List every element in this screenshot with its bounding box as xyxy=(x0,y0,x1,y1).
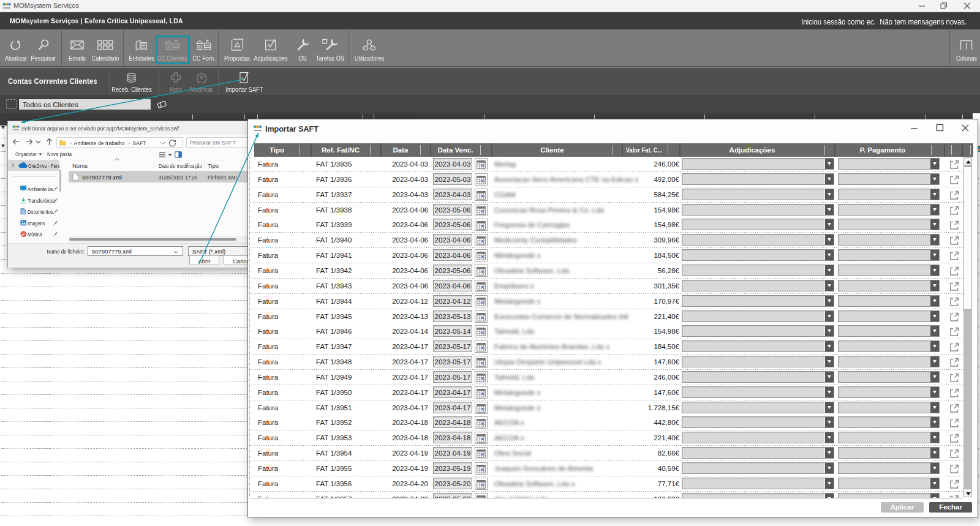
sidebar-item-ambiente-de[interactable]: Ambiente de xyxy=(13,184,63,195)
eraser-icon[interactable] xyxy=(156,99,167,111)
saft-table-row[interactable]: Fatura FAT 1/3937 2023-04-03 2023-04-03 … xyxy=(250,187,963,203)
combo-arrow-button[interactable] xyxy=(824,372,834,382)
column-resize-tick[interactable] xyxy=(420,145,421,155)
calendar-button[interactable] xyxy=(475,173,488,186)
address-chevron-icon[interactable] xyxy=(160,141,165,145)
combo-arrow-button[interactable] xyxy=(930,189,939,200)
open-row-icon[interactable] xyxy=(949,312,960,323)
pagamento-combobox[interactable] xyxy=(838,478,940,489)
saft-table-row[interactable]: Fatura FAT 1/3935 2023-04-03 2023-04-03 … xyxy=(250,157,963,172)
scrollbar-thumb[interactable] xyxy=(963,167,972,310)
saft-table-scrollbar[interactable] xyxy=(963,157,972,497)
adjudicacoes-combobox[interactable] xyxy=(682,219,834,230)
toolbar-button-adjudica-es[interactable]: Adjudicações xyxy=(252,37,288,62)
close-button[interactable]: Fechar xyxy=(929,502,972,513)
data-venc-input[interactable]: 2023-05-20 xyxy=(433,493,472,498)
data-venc-input[interactable]: 2023-04-18 xyxy=(433,432,472,443)
combo-arrow-button[interactable] xyxy=(824,159,834,169)
open-row-icon[interactable] xyxy=(949,403,960,415)
combo-arrow-button[interactable] xyxy=(824,250,834,260)
sidebar-item-transfer-ncia[interactable]: Transferência xyxy=(13,195,63,206)
dialog-maximize-button[interactable] xyxy=(932,121,949,135)
saft-table-row[interactable]: Fatura FAT 1/3948 2023-04-17 2023-05-17 … xyxy=(250,355,963,370)
adjudicacoes-combobox[interactable] xyxy=(682,462,834,474)
data-venc-input[interactable]: 2023-04-06 xyxy=(433,249,472,261)
toolbar-button-colunas[interactable]: Colunas xyxy=(956,37,978,62)
data-venc-input[interactable]: 2023-05-17 xyxy=(433,340,472,352)
calendar-button[interactable] xyxy=(475,447,488,459)
data-venc-input[interactable]: 2023-04-17 xyxy=(433,386,472,398)
combo-arrow-button[interactable] xyxy=(824,494,834,498)
adjudicacoes-combobox[interactable] xyxy=(682,325,834,337)
combo-arrow-button[interactable] xyxy=(824,311,834,321)
calendar-button[interactable] xyxy=(475,265,488,277)
saft-table-row[interactable]: Fatura FAT 1/3936 2023-04-03 2023-05-03 … xyxy=(250,172,963,187)
window-close-button[interactable] xyxy=(958,0,976,12)
saft-column-header-data[interactable]: Data xyxy=(381,143,420,157)
pagamento-combobox[interactable] xyxy=(838,173,940,185)
saft-table-row[interactable]: Fatura FAT 1/3951 2023-04-17 2023-04-17 … xyxy=(250,400,963,416)
adjudicacoes-combobox[interactable] xyxy=(682,265,834,276)
toolbar-button-calend-rio[interactable]: Calendário xyxy=(91,37,120,62)
data-venc-input[interactable]: 2023-05-17 xyxy=(433,371,472,383)
saft-table-row[interactable]: Fatura FAT 1/3942 2023-04-06 2023-05-06 … xyxy=(250,263,963,279)
combo-arrow-button[interactable] xyxy=(824,341,834,351)
address-bar[interactable]: ›Ambiente de trabalho ›SAFT xyxy=(56,137,183,148)
sidebar-item-m-sica[interactable]: Música xyxy=(13,229,63,240)
adjudicacoes-combobox[interactable] xyxy=(682,204,834,216)
combo-arrow-button[interactable] xyxy=(930,372,939,382)
saft-column-header-adjudica-es[interactable]: Adjudicações xyxy=(680,143,824,157)
combo-arrow-button[interactable] xyxy=(824,432,834,443)
view-chevron-icon[interactable] xyxy=(168,154,172,156)
dialog-minimize-button[interactable] xyxy=(906,121,923,135)
calendar-button[interactable] xyxy=(475,310,488,323)
pagamento-combobox[interactable] xyxy=(838,340,940,352)
toolbar-button-modificar[interactable]: Modificar xyxy=(189,72,214,93)
saft-column-header-ref-fat-nc[interactable]: Ref. Fat/NC xyxy=(311,143,370,157)
calendar-button[interactable] xyxy=(475,325,488,337)
pagamento-combobox[interactable] xyxy=(838,204,940,216)
combo-arrow-button[interactable] xyxy=(824,356,834,367)
calendar-button[interactable] xyxy=(475,386,488,399)
calendar-button[interactable] xyxy=(475,280,488,292)
open-row-icon[interactable] xyxy=(949,479,960,490)
open-row-icon[interactable] xyxy=(949,175,960,186)
open-row-icon[interactable] xyxy=(949,342,960,353)
saft-column-header-p-pagamento[interactable]: P. Pagamento xyxy=(835,143,930,157)
column-header-nome[interactable]: Nome xyxy=(72,162,88,169)
adjudicacoes-combobox[interactable] xyxy=(682,493,834,498)
saft-table-row[interactable]: Fatura FAT 1/3956 2023-04-20 2023-05-20 … xyxy=(250,476,963,492)
calendar-button[interactable] xyxy=(475,462,488,475)
apply-button[interactable]: Aplicar xyxy=(881,502,924,513)
data-venc-input[interactable]: 2023-05-03 xyxy=(433,173,472,185)
calendar-button[interactable] xyxy=(475,249,488,261)
combo-arrow-button[interactable] xyxy=(824,174,834,184)
data-venc-input[interactable]: 2023-05-13 xyxy=(433,310,472,322)
pagamento-combobox[interactable] xyxy=(838,310,940,322)
combo-arrow-button[interactable] xyxy=(930,265,939,276)
combo-arrow-button[interactable] xyxy=(930,219,939,230)
data-venc-input[interactable]: 2023-04-06 xyxy=(433,280,472,291)
column-resize-tick[interactable] xyxy=(951,145,952,155)
saft-table-row[interactable]: Fatura FAT 1/3941 2023-04-06 2023-04-06 … xyxy=(250,248,963,263)
open-button[interactable]: Abrir xyxy=(189,255,219,265)
combo-arrow-button[interactable] xyxy=(930,402,939,413)
saft-table-row[interactable]: Fatura FAT 1/3946 2023-04-14 2023-05-14 … xyxy=(250,324,963,339)
open-row-icon[interactable] xyxy=(949,281,960,293)
toolbar-button-emails[interactable]: Emails xyxy=(68,37,86,62)
toolbar-button-entidades[interactable]: Entidades xyxy=(128,37,155,62)
breadcrumb-item[interactable]: Ambiente de trabalho xyxy=(74,140,125,146)
toolbar-button-atualizar[interactable]: Atualizar xyxy=(4,37,28,62)
column-resize-tick[interactable] xyxy=(480,145,481,155)
pagamento-combobox[interactable] xyxy=(838,416,940,428)
saft-table-row[interactable]: Fatura FAT 1/3949 2023-04-17 2023-05-17 … xyxy=(250,370,963,385)
pagamento-combobox[interactable] xyxy=(838,447,940,459)
data-venc-input[interactable]: 2023-05-19 xyxy=(433,462,472,474)
open-row-icon[interactable] xyxy=(949,494,960,498)
breadcrumb-item[interactable]: SAFT xyxy=(132,140,146,146)
column-header-modificacao[interactable]: Data de modificação xyxy=(159,162,202,169)
forward-arrow-icon[interactable] xyxy=(26,138,33,145)
adjudicacoes-combobox[interactable] xyxy=(682,189,834,200)
preview-pane-icon[interactable] xyxy=(175,151,182,158)
open-row-icon[interactable] xyxy=(949,159,960,171)
